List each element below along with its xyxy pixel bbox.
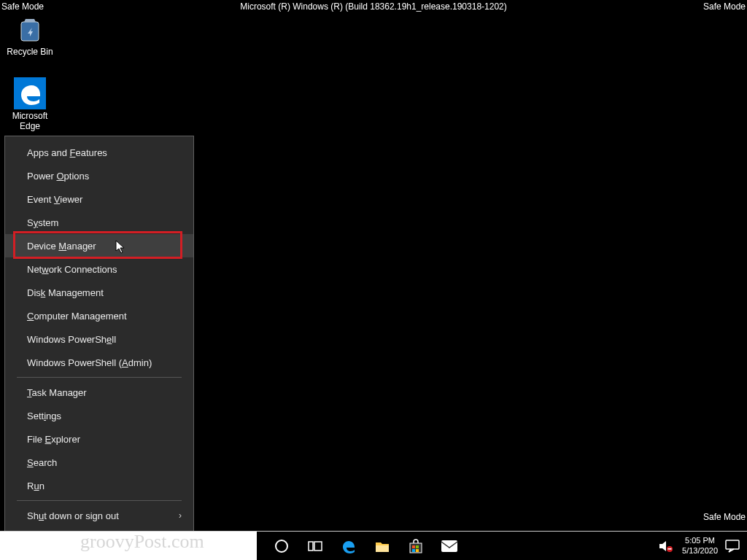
menu-item-label: Device Manager (27, 241, 96, 252)
svg-rect-14 (726, 540, 739, 549)
svg-rect-9 (412, 549, 415, 552)
winx-item-windows-powershell[interactable]: Windows PowerShell (5, 327, 193, 351)
svg-rect-7 (412, 545, 415, 548)
svg-rect-8 (416, 545, 419, 548)
clock-time: 5:05 PM (682, 536, 718, 545)
system-tray: 5:05 PM 5/13/2020 (646, 532, 747, 560)
store-icon[interactable] (407, 537, 425, 555)
menu-item-label: Task Manager (27, 387, 87, 398)
svg-rect-13 (668, 548, 672, 550)
menu-item-label: Computer Management (27, 311, 127, 322)
winx-item-settings[interactable]: Settings (5, 404, 193, 427)
recycle-bin-icon (14, 13, 46, 45)
build-info: Microsoft (R) Windows (R) (Build 18362.1… (0, 1, 747, 12)
chevron-right-icon: › (179, 510, 182, 521)
system-clock[interactable]: 5:05 PM 5/13/2020 (682, 536, 718, 555)
svg-rect-3 (309, 542, 313, 551)
svg-rect-5 (376, 545, 389, 552)
taskbar-center (257, 532, 646, 560)
svg-rect-4 (314, 542, 322, 551)
menu-item-label: Search (27, 457, 57, 468)
recycle-bin-label: Recycle Bin (7, 47, 53, 57)
svg-point-2 (276, 540, 287, 552)
menu-item-label: Shut down or sign out (27, 510, 119, 521)
menu-item-label: Run (27, 481, 44, 491)
winx-item-file-explorer[interactable]: File Explorer (5, 427, 193, 451)
safe-mode-banner: Safe Mode Microsoft (R) Windows (R) (Bui… (0, 0, 747, 13)
winx-item-windows-powershell-admin[interactable]: Windows PowerShell (Admin) (5, 351, 193, 374)
desktop-icon-recycle-bin[interactable]: Recycle Bin (1, 13, 59, 57)
watermark: groovyPost.com (80, 531, 204, 553)
menu-item-label: Windows PowerShell (27, 334, 116, 345)
winx-item-network-connections[interactable]: Network Connections (5, 257, 193, 281)
winx-item-disk-management[interactable]: Disk Management (5, 281, 193, 304)
volume-mute-icon[interactable] (657, 537, 675, 555)
menu-item-label: Disk Management (27, 287, 104, 298)
winx-item-system[interactable]: System (5, 211, 193, 234)
winx-item-run[interactable]: Run (5, 474, 193, 497)
clock-date: 5/13/2020 (682, 546, 718, 556)
menu-separator (17, 377, 182, 378)
winx-item-event-viewer[interactable]: Event Viewer (5, 187, 193, 211)
action-center-icon[interactable] (725, 540, 740, 553)
menu-separator (17, 500, 182, 501)
menu-item-label: System (27, 217, 58, 228)
menu-item-label: Settings (27, 411, 61, 421)
mouse-cursor-icon (115, 240, 125, 254)
svg-rect-11 (441, 540, 457, 552)
menu-item-label: Apps and Features (27, 147, 107, 158)
menu-item-label: File Explorer (27, 434, 80, 445)
winx-item-device-manager[interactable]: Device Manager (5, 234, 193, 257)
menu-item-label: Windows PowerShell (Admin) (27, 357, 152, 368)
winx-menu[interactable]: Apps and FeaturesPower OptionsEvent View… (4, 136, 194, 556)
mail-icon[interactable] (441, 537, 458, 555)
winx-item-search[interactable]: Search (5, 451, 193, 474)
winx-item-apps-and-features[interactable]: Apps and Features (5, 141, 193, 164)
menu-item-label: Network Connections (27, 264, 117, 275)
svg-rect-10 (416, 549, 419, 552)
menu-item-label: Power Options (27, 171, 89, 182)
desktop-icon-edge[interactable]: Microsoft Edge (1, 77, 59, 131)
edge-label: Microsoft Edge (1, 111, 59, 131)
winx-item-computer-management[interactable]: Computer Management (5, 304, 193, 327)
winx-item-shut-down-or-sign-out[interactable]: Shut down or sign out› (5, 504, 193, 527)
winx-item-power-options[interactable]: Power Options (5, 164, 193, 187)
edge-icon[interactable] (340, 537, 357, 555)
safe-mode-bottom: Safe Mode (703, 512, 746, 522)
menu-item-label: Event Viewer (27, 194, 82, 205)
edge-icon (14, 77, 46, 109)
file-explorer-icon[interactable] (374, 537, 391, 555)
cortana-circle-icon[interactable] (273, 537, 290, 555)
taskview-icon[interactable] (306, 537, 324, 555)
winx-item-task-manager[interactable]: Task Manager (5, 381, 193, 404)
